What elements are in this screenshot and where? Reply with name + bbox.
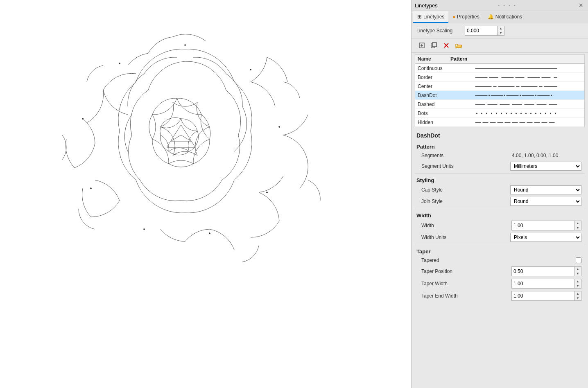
svg-point-8 bbox=[279, 126, 280, 128]
canvas-area[interactable] bbox=[0, 0, 411, 388]
pattern-section: Pattern Segments 4.00, 1.00, 0.00, 1.00 … bbox=[415, 142, 585, 172]
taper-width-spin[interactable]: 1.00 ▲ ▼ bbox=[511, 279, 581, 289]
width-units-label: Width Units bbox=[421, 235, 510, 240]
svg-point-71 bbox=[545, 113, 546, 114]
selected-linetype-title: DashDot bbox=[412, 129, 588, 140]
taper-position-down[interactable]: ▼ bbox=[574, 271, 581, 276]
segments-label: Segments bbox=[421, 153, 512, 158]
svg-point-49 bbox=[551, 95, 552, 96]
join-style-row: Join Style Round Miter Bevel bbox=[415, 196, 585, 207]
svg-point-62 bbox=[501, 113, 502, 114]
panel: Linetypes • • • • × ⊞ Linetypes ● Proper… bbox=[411, 0, 588, 388]
delete-linetype-button[interactable] bbox=[441, 40, 452, 51]
taper-width-input[interactable]: 1.00 bbox=[511, 279, 574, 289]
svg-point-70 bbox=[540, 113, 541, 114]
list-item-center[interactable]: Center bbox=[415, 82, 584, 91]
width-units-row: Width Units Pixels Millimeters Inches bbox=[415, 232, 585, 243]
copy-linetype-button[interactable] bbox=[429, 40, 439, 51]
pattern-header: Pattern bbox=[450, 56, 582, 61]
linetype-name-center: Center bbox=[418, 83, 450, 89]
linetype-scaling-label: Linetype Scaling bbox=[416, 28, 461, 34]
panel-header: Linetypes • • • • × bbox=[412, 0, 588, 11]
svg-point-58 bbox=[481, 113, 482, 114]
pattern-section-header: Pattern bbox=[415, 142, 585, 151]
linetype-name-dots: Dots bbox=[418, 111, 450, 116]
svg-point-13 bbox=[82, 118, 84, 120]
join-style-select[interactable]: Round Miter Bevel bbox=[510, 197, 581, 206]
width-section-header: Width bbox=[415, 211, 585, 219]
segment-units-select[interactable]: Millimeters Inches Pixels bbox=[510, 162, 581, 171]
pattern-dots bbox=[450, 111, 582, 116]
list-item-dashdot[interactable]: DashDot bbox=[415, 91, 584, 100]
tapered-row: Tapered bbox=[415, 255, 585, 265]
linetype-list-header: Name Pattern bbox=[415, 55, 584, 64]
linetype-name-hidden: Hidden bbox=[418, 120, 450, 125]
pattern-border bbox=[450, 75, 582, 80]
close-icon[interactable]: × bbox=[577, 2, 585, 9]
svg-point-6 bbox=[185, 45, 186, 46]
svg-point-9 bbox=[267, 192, 268, 193]
svg-point-7 bbox=[250, 69, 251, 70]
linetype-list[interactable]: Name Pattern Continuous Border bbox=[415, 54, 585, 127]
width-label: Width bbox=[421, 223, 511, 228]
svg-line-5 bbox=[181, 135, 191, 141]
taper-width-label: Taper Width bbox=[421, 281, 511, 286]
cap-style-select[interactable]: Round Flat Square bbox=[510, 185, 581, 194]
taper-end-width-down[interactable]: ▼ bbox=[574, 296, 581, 300]
properties-area: DashDot Pattern Segments 4.00, 1.00, 0.0… bbox=[412, 129, 588, 388]
taper-position-spin[interactable]: 0.50 ▲ ▼ bbox=[511, 266, 581, 276]
linetype-name-dashdot: DashDot bbox=[418, 92, 450, 98]
svg-point-68 bbox=[530, 113, 531, 114]
svg-point-12 bbox=[90, 188, 92, 189]
linetype-scaling-input[interactable]: 0.000 ▲ ▼ bbox=[465, 26, 504, 36]
list-item-continuous[interactable]: Continuous bbox=[415, 64, 584, 73]
new-linetype-button[interactable] bbox=[416, 40, 427, 51]
svg-point-41 bbox=[488, 95, 490, 96]
taper-end-width-row: Taper End Width 1.00 ▲ ▼ bbox=[415, 290, 585, 302]
segment-units-row: Segment Units Millimeters Inches Pixels bbox=[415, 160, 585, 172]
taper-position-input[interactable]: 0.50 bbox=[511, 266, 574, 276]
svg-point-60 bbox=[491, 113, 492, 114]
styling-section: Styling Cap Style Round Flat Square Join… bbox=[415, 176, 585, 207]
notifications-tab-label: Notifications bbox=[495, 14, 522, 20]
tab-properties[interactable]: ● Properties bbox=[448, 11, 483, 23]
tapered-checkbox[interactable] bbox=[576, 257, 581, 263]
list-item-dots[interactable]: Dots bbox=[415, 109, 584, 118]
taper-width-down[interactable]: ▼ bbox=[574, 284, 581, 288]
segment-units-label: Segment Units bbox=[421, 163, 510, 169]
width-input[interactable]: 1.00 bbox=[511, 221, 574, 230]
svg-point-73 bbox=[555, 113, 556, 114]
svg-point-10 bbox=[209, 233, 210, 234]
svg-point-43 bbox=[504, 95, 505, 96]
width-spin[interactable]: 1.00 ▲ ▼ bbox=[511, 221, 581, 230]
list-item-border[interactable]: Border bbox=[415, 73, 584, 82]
taper-end-width-up[interactable]: ▲ bbox=[574, 291, 581, 296]
cap-style-row: Cap Style Round Flat Square bbox=[415, 184, 585, 196]
taper-width-up[interactable]: ▲ bbox=[574, 279, 581, 284]
linetype-scaling-field[interactable]: 0.000 bbox=[465, 26, 498, 36]
segments-value: 4.00, 1.00, 0.00, 1.00 bbox=[512, 153, 581, 158]
linetype-scaling-up[interactable]: ▲ bbox=[498, 26, 504, 31]
width-up[interactable]: ▲ bbox=[574, 221, 581, 226]
list-item-dashed[interactable]: Dashed bbox=[415, 100, 584, 109]
width-units-select[interactable]: Pixels Millimeters Inches bbox=[510, 233, 581, 242]
linetype-scaling-down[interactable]: ▼ bbox=[498, 31, 504, 35]
properties-tab-label: Properties bbox=[457, 14, 479, 20]
taper-end-width-input[interactable]: 1.00 bbox=[511, 291, 574, 301]
taper-section: Taper Tapered Taper Position 0.50 ▲ ▼ Ta… bbox=[415, 247, 585, 302]
tab-notifications[interactable]: 🔔 Notifications bbox=[484, 11, 526, 23]
toolbar bbox=[412, 38, 588, 53]
width-down[interactable]: ▼ bbox=[574, 226, 581, 230]
linetype-scaling-spinners: ▲ ▼ bbox=[498, 26, 504, 36]
tab-linetypes[interactable]: ⊞ Linetypes bbox=[413, 11, 448, 23]
list-item-hidden[interactable]: Hidden bbox=[415, 118, 584, 127]
panel-title: Linetypes bbox=[415, 2, 438, 9]
panel-drag-handle: • • • • bbox=[498, 3, 517, 8]
taper-position-up[interactable]: ▲ bbox=[574, 267, 581, 271]
open-linetype-button[interactable] bbox=[453, 40, 464, 51]
taper-end-width-spin[interactable]: 1.00 ▲ ▼ bbox=[511, 291, 581, 301]
panel-tabs: ⊞ Linetypes ● Properties 🔔 Notifications bbox=[412, 11, 588, 23]
taper-position-spinners: ▲ ▼ bbox=[574, 266, 581, 276]
taper-position-row: Taper Position 0.50 ▲ ▼ bbox=[415, 265, 585, 277]
pattern-dashdot bbox=[450, 93, 582, 98]
